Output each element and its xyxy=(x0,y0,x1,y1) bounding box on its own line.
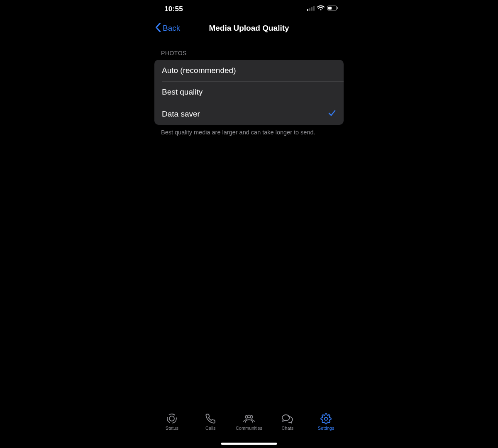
option-label: Best quality xyxy=(162,88,203,97)
tab-settings[interactable]: Settings xyxy=(307,412,345,431)
svg-point-4 xyxy=(320,9,321,10)
tab-calls[interactable]: Calls xyxy=(191,412,230,431)
section-header-photos: PHOTOS xyxy=(153,38,345,60)
gear-icon xyxy=(320,412,332,425)
status-bar: 10:55 xyxy=(149,0,349,18)
home-indicator[interactable] xyxy=(221,443,277,445)
nav-bar: Back Media Upload Quality xyxy=(149,18,349,38)
svg-rect-7 xyxy=(328,7,332,10)
content-area: PHOTOS Auto (recommended) Best quality D… xyxy=(149,38,349,409)
chats-icon xyxy=(281,412,294,425)
tab-bar: Status Calls xyxy=(149,409,349,448)
svg-point-14 xyxy=(325,417,327,420)
tab-chats[interactable]: Chats xyxy=(268,412,307,431)
checkmark-icon xyxy=(328,109,336,119)
page-title: Media Upload Quality xyxy=(209,24,289,33)
svg-point-9 xyxy=(167,414,176,423)
option-auto[interactable]: Auto (recommended) xyxy=(154,60,344,81)
wifi-icon xyxy=(317,5,325,13)
photos-options-list: Auto (recommended) Best quality Data sav… xyxy=(154,60,344,125)
section-footer: Best quality media are larger and can ta… xyxy=(153,125,345,140)
back-button[interactable]: Back xyxy=(155,18,180,38)
tab-label: Calls xyxy=(205,426,215,431)
chevron-left-icon xyxy=(155,23,161,34)
svg-rect-0 xyxy=(307,9,308,11)
phone-frame: 10:55 xyxy=(149,0,349,448)
tab-label: Communities xyxy=(236,426,262,431)
option-best-quality[interactable]: Best quality xyxy=(154,81,344,103)
tab-label: Chats xyxy=(281,426,293,431)
tab-communities[interactable]: Communities xyxy=(230,412,269,431)
battery-icon xyxy=(327,5,339,13)
option-label: Data saver xyxy=(162,110,200,119)
status-icon xyxy=(166,412,177,425)
cellular-icon xyxy=(307,5,315,13)
status-indicators xyxy=(307,5,339,13)
communities-icon xyxy=(243,412,255,425)
svg-rect-6 xyxy=(337,7,338,9)
option-label: Auto (recommended) xyxy=(162,66,236,75)
svg-rect-2 xyxy=(311,7,312,11)
svg-rect-3 xyxy=(313,6,315,11)
tab-status[interactable]: Status xyxy=(153,412,191,431)
svg-rect-1 xyxy=(309,8,310,11)
tab-label: Settings xyxy=(318,426,334,431)
svg-point-8 xyxy=(169,416,174,421)
phone-icon xyxy=(205,412,216,425)
tab-label: Status xyxy=(166,426,178,431)
status-time: 10:55 xyxy=(164,5,183,13)
option-data-saver[interactable]: Data saver xyxy=(154,103,344,125)
back-label: Back xyxy=(163,24,180,33)
